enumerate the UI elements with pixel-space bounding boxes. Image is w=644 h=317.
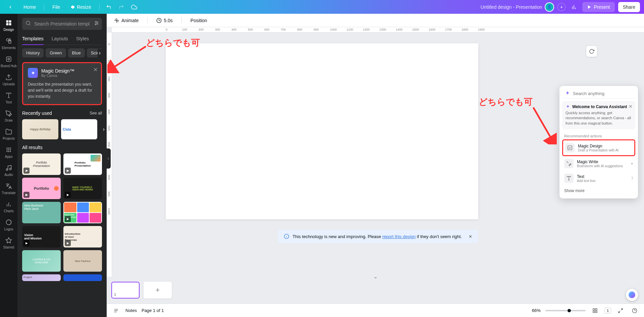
share-button[interactable]: Share bbox=[618, 2, 640, 12]
rail-apps[interactable]: Apps bbox=[0, 143, 17, 161]
svg-point-24 bbox=[8, 151, 9, 152]
svg-rect-52 bbox=[595, 311, 597, 313]
panel-collapse-handle[interactable]: ‹ bbox=[106, 148, 111, 169]
page-info: Page 1 of 1 bbox=[142, 308, 164, 313]
assistant-text[interactable]: Text Add text box T bbox=[562, 171, 635, 186]
template-thumb[interactable]: Portfolio▶ bbox=[22, 178, 61, 199]
template-thumb[interactable]: New Hire Resources▶ bbox=[63, 202, 102, 223]
help-button[interactable] bbox=[630, 306, 639, 315]
tab-styles[interactable]: Styles bbox=[76, 34, 89, 45]
rail-design[interactable]: Design bbox=[0, 16, 17, 34]
rail-uploads[interactable]: Uploads bbox=[0, 71, 17, 88]
template-thumb[interactable]: New Fashion bbox=[63, 250, 102, 272]
thumbs-scroll-right[interactable]: › bbox=[103, 126, 105, 132]
notice-close-button[interactable]: ✕ bbox=[469, 234, 472, 239]
zoom-level[interactable]: 66% bbox=[532, 308, 541, 313]
add-page-button[interactable]: + bbox=[144, 282, 172, 299]
assistant-fab[interactable] bbox=[626, 289, 638, 301]
rail-starred[interactable]: Starred bbox=[0, 234, 17, 252]
resize-label: Resize bbox=[77, 4, 91, 10]
tab-templates[interactable]: Templates bbox=[22, 34, 44, 45]
assistant-magic-design[interactable]: Magic Design Draft a Presentation with A… bbox=[562, 139, 635, 156]
home-button[interactable]: Home bbox=[19, 2, 40, 12]
animate-button[interactable]: Animate bbox=[111, 16, 141, 25]
svg-rect-10 bbox=[9, 41, 11, 43]
magic-write-title: Magic Write bbox=[577, 160, 623, 164]
chip-history[interactable]: History bbox=[22, 48, 44, 57]
template-search-input[interactable] bbox=[22, 18, 102, 30]
duration-button[interactable]: 5.0s bbox=[154, 16, 175, 25]
svg-marker-32 bbox=[6, 237, 12, 243]
redo-button[interactable] bbox=[116, 2, 126, 12]
assistant-magic-write[interactable]: Magic Write Brainstorm with AI suggestio… bbox=[562, 156, 635, 171]
rail-charts[interactable]: Charts bbox=[0, 198, 17, 215]
template-thumb[interactable]: Project bbox=[22, 274, 61, 281]
template-thumb[interactable]: Cista bbox=[61, 119, 97, 139]
rail-logos[interactable]: Logos bbox=[0, 216, 17, 233]
regenerate-button[interactable] bbox=[586, 46, 597, 57]
resize-button[interactable]: Resize bbox=[67, 2, 95, 12]
play-icon: ▶ bbox=[65, 216, 71, 222]
magic-close-button[interactable]: ✕ bbox=[93, 66, 98, 73]
notes-toggle[interactable] bbox=[111, 306, 121, 315]
report-design-link[interactable]: report this design bbox=[382, 234, 416, 239]
cloud-sync-icon[interactable] bbox=[129, 2, 139, 12]
zoom-slider[interactable] bbox=[545, 310, 586, 311]
file-menu[interactable]: File bbox=[48, 2, 64, 12]
play-icon: ▶ bbox=[65, 168, 71, 174]
show-more-button[interactable]: Show more bbox=[562, 186, 635, 196]
rail-translate[interactable]: Translate bbox=[0, 180, 17, 197]
back-button[interactable] bbox=[4, 3, 17, 11]
assistant-welcome-card: Welcome to Canva Assistant Quickly acces… bbox=[562, 101, 635, 129]
page-thumbnail-1[interactable]: 1 bbox=[111, 282, 140, 299]
magic-design-card[interactable]: ✦ Magic Design™ By Canva ✕ Describe the … bbox=[22, 62, 102, 105]
chips-scroll-right[interactable]: › bbox=[98, 49, 102, 57]
all-results-title: All results bbox=[22, 145, 43, 150]
template-thumb[interactable]: Portfolio Presentation▶ bbox=[63, 153, 102, 175]
add-member-button[interactable]: + bbox=[557, 3, 566, 11]
analytics-button[interactable] bbox=[569, 2, 579, 12]
welcome-close-button[interactable]: ✕ bbox=[629, 104, 633, 109]
template-thumb[interactable]: Vision and Mission▶ bbox=[22, 226, 61, 247]
template-thumb[interactable]: Happy Birthday bbox=[22, 119, 58, 139]
page-canvas[interactable] bbox=[166, 43, 478, 219]
page-count-badge[interactable]: 1 bbox=[604, 308, 611, 314]
user-avatar[interactable]: 👤 bbox=[545, 2, 554, 12]
notice-text: This technology is new and improving. Pl… bbox=[292, 234, 382, 239]
chip-green[interactable]: Green bbox=[46, 48, 66, 57]
svg-marker-0 bbox=[71, 5, 74, 9]
rail-brand-hub[interactable]: Brand Hub bbox=[0, 53, 17, 70]
svg-point-27 bbox=[10, 168, 11, 170]
notice-text-2: if they don't seem right. bbox=[416, 234, 462, 239]
assistant-search-input[interactable] bbox=[573, 91, 633, 96]
template-thumb[interactable]: LICERIA & CO SKINCARE bbox=[22, 250, 61, 272]
design-title[interactable]: Untitled design - Presentation bbox=[481, 4, 542, 10]
chip-blue[interactable]: Blue bbox=[68, 48, 85, 57]
position-button[interactable]: Position bbox=[188, 16, 210, 25]
template-thumb[interactable]: Introduction of User Personas▶ bbox=[63, 226, 102, 247]
notes-label[interactable]: Notes bbox=[125, 308, 137, 313]
svg-point-23 bbox=[6, 151, 7, 152]
play-icon: ▶ bbox=[23, 240, 30, 246]
rail-audio[interactable]: Audio bbox=[0, 162, 17, 179]
rail-draw[interactable]: Draw bbox=[0, 107, 17, 125]
strip-collapse-button[interactable]: ⌄ bbox=[373, 273, 378, 280]
tab-layouts[interactable]: Layouts bbox=[52, 34, 68, 45]
rail-projects[interactable]: Projects bbox=[0, 125, 17, 143]
rail-elements[interactable]: Elements bbox=[0, 35, 17, 52]
present-button[interactable]: Present bbox=[582, 2, 614, 12]
template-thumb[interactable] bbox=[63, 274, 102, 281]
grid-view-button[interactable] bbox=[590, 306, 600, 315]
undo-button[interactable] bbox=[104, 2, 114, 12]
filter-icon[interactable] bbox=[94, 20, 99, 27]
animate-label: Animate bbox=[121, 18, 139, 23]
see-all-link[interactable]: See all bbox=[90, 111, 102, 116]
rail-text[interactable]: Text bbox=[0, 89, 17, 106]
template-thumb[interactable]: MAKE YOURSELF SEEN AND HEARD▶ bbox=[63, 178, 102, 199]
svg-point-22 bbox=[10, 149, 11, 150]
text-icon bbox=[564, 174, 574, 183]
fullscreen-button[interactable] bbox=[616, 306, 625, 315]
template-thumb[interactable]: PortfolioPresentation▶ bbox=[22, 153, 61, 175]
magic-description: Describe the presentation you want, and … bbox=[28, 81, 96, 99]
template-thumb[interactable]: New Business Pitch Deck bbox=[22, 202, 61, 223]
